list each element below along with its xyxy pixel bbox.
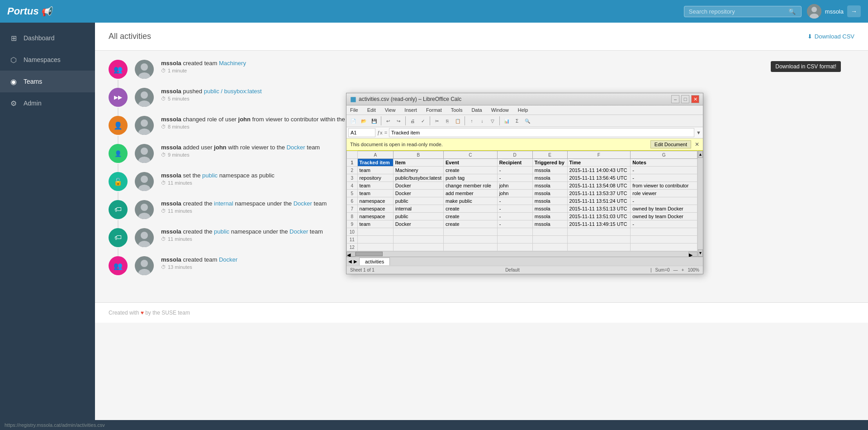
- menu-data[interactable]: Data: [470, 106, 484, 114]
- sidebar-item-dashboard[interactable]: ⊞ Dashboard: [0, 27, 95, 49]
- download-csv-button[interactable]: ⬇ Download CSV: [807, 33, 854, 40]
- calc-formulabar: ƒx = ▼: [346, 127, 703, 139]
- table-row: 7 namespace internal create - mssola 201…: [347, 205, 697, 213]
- tb-save[interactable]: 💾: [369, 116, 379, 126]
- activity-icon-make-public: 🔓: [109, 172, 128, 191]
- sidebar-item-teams[interactable]: ◉ Teams: [0, 71, 95, 92]
- formula-input[interactable]: [389, 128, 694, 137]
- page-footer: Created with ♥ by the SUSE team: [95, 302, 868, 323]
- search-input[interactable]: [689, 8, 788, 15]
- table-row: 5 team Docker add member john mssola 201…: [347, 190, 697, 197]
- tb-zoom[interactable]: 🔍: [522, 116, 532, 126]
- tb-copy[interactable]: ⎘: [442, 116, 452, 126]
- cell-c1[interactable]: Event: [443, 159, 497, 167]
- sidebar-label-admin: Admin: [24, 100, 42, 107]
- menu-file[interactable]: File: [348, 106, 360, 114]
- vscroll-down-btn[interactable]: ▼: [698, 249, 703, 257]
- cell-b1[interactable]: Item: [393, 159, 443, 167]
- calc-minimize-button[interactable]: –: [671, 95, 679, 103]
- tb-new[interactable]: 📄: [348, 116, 358, 126]
- search-box: 🔍: [684, 6, 802, 17]
- sidebar-label-teams: Teams: [24, 78, 42, 85]
- hscroll-thumb[interactable]: [356, 252, 383, 256]
- tab-scroll-right[interactable]: ▶: [354, 259, 357, 264]
- calc-close-button[interactable]: ✕: [691, 95, 699, 103]
- tb-paste[interactable]: 📋: [453, 116, 463, 126]
- tb-spell[interactable]: ✓: [418, 116, 428, 126]
- megaphone-icon: 📢: [41, 6, 52, 17]
- table-row: 3 repository public/busybox:latest push …: [347, 174, 697, 182]
- menu-window[interactable]: Window: [489, 106, 511, 114]
- avatar: [135, 228, 154, 247]
- zoom-level: 100%: [688, 268, 699, 272]
- avatar: [135, 256, 154, 275]
- page-title: All activities: [109, 32, 151, 41]
- activities-header: All activities ⬇ Download CSV Download i…: [95, 23, 868, 51]
- menu-format[interactable]: Format: [424, 106, 444, 114]
- tb-undo[interactable]: ↩: [383, 116, 393, 126]
- brand-name: Portus: [7, 5, 39, 17]
- readonly-banner: This document is open in read-only mode.…: [346, 139, 703, 151]
- tab-scroll-left[interactable]: ◀: [348, 259, 352, 264]
- search-icon[interactable]: 🔍: [788, 8, 796, 15]
- tb-sort-desc[interactable]: ↓: [477, 116, 487, 126]
- activity-icon-create-namespace: 🏷: [109, 200, 128, 219]
- navbar-right: 🔍 mssola →: [684, 4, 861, 19]
- tb-formula[interactable]: Σ: [512, 116, 522, 126]
- navbar: Portus 📢 🔍 mssola →: [0, 0, 868, 23]
- activity-icon-create-docker: 👥: [109, 256, 128, 275]
- activity-icon-add-member: 👤: [109, 144, 128, 163]
- svg-point-4: [141, 63, 148, 71]
- hscroll-bar[interactable]: ◀ ▶: [346, 251, 697, 257]
- svg-point-19: [141, 204, 148, 211]
- sidebar-item-namespaces[interactable]: ⬡ Namespaces: [0, 49, 95, 71]
- tb-chart[interactable]: 📊: [502, 116, 512, 126]
- menu-help[interactable]: Help: [516, 106, 530, 114]
- table-row: 9 team Docker create - mssola 2015-11-11…: [347, 220, 697, 228]
- table-row: 6 namespace public make public - mssola …: [347, 197, 697, 205]
- avatar: [135, 144, 154, 163]
- tb-cut[interactable]: ✂: [432, 116, 442, 126]
- hscroll-left-btn[interactable]: ◀: [346, 252, 356, 257]
- calc-restore-button[interactable]: □: [681, 95, 689, 103]
- statusbar-right: | Sum=0 — + 100%: [650, 268, 699, 272]
- sidebar-label-namespaces: Namespaces: [24, 56, 61, 63]
- menu-edit[interactable]: Edit: [365, 106, 378, 114]
- tb-redo[interactable]: ↪: [394, 116, 403, 126]
- menu-view[interactable]: View: [383, 106, 398, 114]
- cell-g1[interactable]: Notes: [631, 159, 697, 167]
- hscroll-track[interactable]: [356, 252, 688, 257]
- tb-open[interactable]: 📂: [359, 116, 369, 126]
- cell-e1[interactable]: Triggered by: [532, 159, 567, 167]
- sidebar-item-admin[interactable]: ⚙ Admin: [0, 92, 95, 114]
- cell-f1[interactable]: Time: [567, 159, 631, 167]
- statusbar-sheet: Sheet 1 of 1: [350, 268, 375, 272]
- sheet-tab-activities[interactable]: activities: [359, 258, 390, 265]
- svg-point-7: [141, 91, 148, 99]
- cell-a1[interactable]: Tracked item: [357, 159, 393, 167]
- svg-point-10: [141, 119, 148, 127]
- formula-expand-icon[interactable]: ▼: [696, 130, 701, 135]
- tb-sort-asc[interactable]: ↑: [467, 116, 477, 126]
- col-header-a: A: [357, 151, 393, 159]
- col-header-f: F: [567, 151, 631, 159]
- tb-print[interactable]: 🖨: [408, 116, 417, 126]
- tb-autofilter[interactable]: ▽: [488, 116, 498, 126]
- edit-document-button[interactable]: Edit Document: [650, 140, 691, 148]
- col-header-g: G: [631, 151, 697, 159]
- vscroll-up-btn[interactable]: ▲: [698, 151, 703, 158]
- activity-icon-push: ▶▶: [109, 88, 128, 107]
- vscroll-track[interactable]: [698, 158, 703, 249]
- signout-button[interactable]: →: [847, 5, 861, 17]
- vscroll-bar[interactable]: ▲ ▼: [697, 151, 703, 257]
- menu-tools[interactable]: Tools: [449, 106, 465, 114]
- menu-insert[interactable]: Insert: [403, 106, 419, 114]
- hscroll-right-btn[interactable]: ▶: [688, 252, 697, 257]
- cell-ref-input[interactable]: [348, 128, 375, 137]
- brand-logo[interactable]: Portus 📢: [7, 5, 52, 17]
- cell-d1[interactable]: Recipient: [497, 159, 532, 167]
- activity-text: mssola created team Machinery 1 minute: [161, 60, 854, 73]
- heart-icon: ♥: [141, 310, 144, 316]
- readonly-close-button[interactable]: ✕: [695, 141, 699, 148]
- corner-cell: [347, 151, 358, 159]
